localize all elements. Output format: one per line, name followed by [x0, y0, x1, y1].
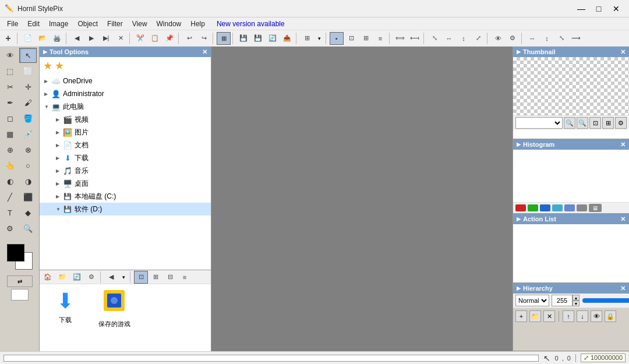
tool-swap-colors[interactable]: ⇄ [7, 275, 33, 287]
thumb-zoom-in[interactable]: 🔍 [564, 117, 575, 129]
tool-options-close[interactable]: ✕ [202, 48, 207, 56]
hier-delete[interactable]: ✕ [543, 310, 555, 322]
hier-lock[interactable]: 🔒 [605, 310, 616, 322]
tb-view2[interactable]: ⊡ [344, 32, 358, 45]
opacity-down[interactable]: ▼ [573, 301, 579, 306]
tb-view-mode[interactable]: ▦ [217, 32, 231, 45]
tool-eyedropper[interactable]: 💉 [19, 126, 37, 142]
tool-blur[interactable]: ○ [19, 158, 37, 173]
hier-down[interactable]: ↓ [577, 310, 588, 322]
tb-export[interactable]: 📤 [280, 32, 294, 45]
thumbnail-close[interactable]: ✕ [620, 48, 626, 56]
fb-view-large[interactable]: ⊡ [134, 271, 148, 284]
tool-brush[interactable]: 🖌 [19, 95, 37, 110]
menu-file[interactable]: File [2, 17, 23, 30]
hist-color-indigo[interactable] [564, 204, 575, 211]
thumb-actual[interactable]: ⊞ [602, 117, 614, 129]
fb-folder[interactable]: 📁 [55, 271, 69, 284]
tree-downloads[interactable]: ▶ ⬇ 下载 [40, 151, 211, 164]
fb-prev[interactable]: ◀ [104, 271, 118, 284]
tree-onedrive[interactable]: ▶ ☁️ OneDrive [40, 75, 211, 87]
tb-zoom-fit[interactable]: ⤢ [471, 32, 485, 45]
tb-view3[interactable]: ⊞ [359, 32, 373, 45]
histogram-close[interactable]: ✕ [620, 141, 626, 149]
hier-folder[interactable]: 📁 [529, 310, 541, 322]
hist-monitor[interactable]: 🖥 [589, 204, 602, 212]
tree-videos[interactable]: ▶ 🎬 视频 [40, 113, 211, 126]
hier-add[interactable]: + [515, 310, 527, 322]
tb-save[interactable]: 💾 [236, 32, 250, 45]
maximize-button[interactable]: □ [591, 1, 607, 17]
fb-view-list[interactable]: ≡ [178, 271, 192, 284]
tree-ddrive[interactable]: ▼ 💾 软件 (D:) [40, 203, 211, 215]
tree-cdrive[interactable]: ▶ 💾 本地磁盘 (C:) [40, 190, 211, 203]
thumb-settings[interactable]: ⚙ [615, 117, 627, 129]
tb-transform[interactable]: ⤡ [427, 32, 441, 45]
tb-save-as[interactable]: 💾 [251, 32, 265, 45]
tool-crop[interactable]: ✂ [1, 79, 19, 94]
tool-move[interactable]: ✛ [19, 79, 37, 94]
file-saved-games[interactable]: 保存的游戏 [91, 287, 137, 331]
tool-burn[interactable]: ◑ [19, 174, 37, 189]
tool-rect-select[interactable]: ⬜ [19, 63, 37, 79]
tool-select[interactable]: ↖ [19, 48, 37, 63]
tb-undo[interactable]: ↩ [182, 32, 196, 45]
tool-heal[interactable]: ⊗ [19, 142, 37, 157]
tb-new[interactable]: 📄 [21, 32, 35, 45]
fb-view-small[interactable]: ⊟ [163, 271, 177, 284]
menu-window[interactable]: Window [152, 17, 186, 30]
file-downloads[interactable]: ⬇ 下载 [42, 287, 89, 331]
tool-pen[interactable]: ✒ [1, 95, 19, 110]
foreground-color[interactable] [7, 244, 24, 261]
tb-add-button[interactable]: + [1, 32, 15, 45]
tb-align2[interactable]: ⟻ [408, 32, 422, 45]
tool-rect[interactable]: ⬛ [19, 189, 37, 204]
menu-filter[interactable]: Filter [103, 17, 128, 30]
thumbnail-select[interactable] [515, 117, 563, 129]
tool-clone[interactable]: ⊕ [1, 142, 19, 157]
tb-redo[interactable]: ↪ [197, 32, 211, 45]
menu-edit[interactable]: Edit [23, 17, 44, 30]
tool-shape[interactable]: ◆ [19, 205, 37, 220]
thumb-zoom-out[interactable]: 🔍 [577, 117, 588, 129]
hier-up[interactable]: ↑ [563, 310, 574, 322]
tb-next[interactable]: ▶ [84, 32, 98, 45]
menu-help[interactable]: Help [186, 17, 210, 30]
fb-view-medium[interactable]: ⊞ [149, 271, 162, 284]
menu-object[interactable]: Object [73, 17, 103, 30]
menu-image[interactable]: Image [44, 17, 73, 30]
tool-zoom[interactable]: 🔍 [19, 221, 37, 236]
hier-eye[interactable]: 👁 [591, 310, 602, 322]
tb-view1[interactable]: ▪ [330, 32, 344, 45]
minimize-button[interactable]: — [573, 1, 589, 17]
tool-settings[interactable]: ⚙ [1, 221, 19, 236]
close-button[interactable]: ✕ [608, 1, 624, 17]
tb-transform2[interactable]: ⤡ [554, 32, 568, 45]
tb-close-doc[interactable]: ✕ [114, 32, 128, 45]
action-list-close[interactable]: ✕ [620, 215, 626, 223]
hierarchy-close[interactable]: ✕ [620, 285, 626, 292]
tree-thispc[interactable]: ▼ 💻 此电脑 [40, 100, 211, 113]
tb-refresh[interactable]: 🔄 [266, 32, 280, 45]
tb-resize1[interactable]: ↔ [525, 32, 539, 45]
fb-settings[interactable]: ⚙ [84, 271, 98, 284]
star-2[interactable]: ★ [55, 59, 64, 72]
fb-dropdown[interactable]: ▾ [119, 271, 128, 284]
tb-flip-v[interactable]: ↕ [457, 32, 471, 45]
tool-erase[interactable]: ◻ [1, 111, 19, 126]
tb-resize2[interactable]: ↕ [540, 32, 554, 45]
file-tree[interactable]: ▶ ☁️ OneDrive ▶ 👤 Administrator ▼ 💻 此电脑 … [40, 75, 211, 270]
menu-view[interactable]: View [128, 17, 152, 30]
hist-color-cyan[interactable] [552, 204, 563, 211]
tool-gradient[interactable]: ▦ [1, 126, 19, 142]
tool-fill[interactable]: 🪣 [19, 111, 37, 126]
tool-lasso[interactable]: ⬚ [1, 63, 19, 79]
tb-eye[interactable]: 👁 [491, 32, 505, 45]
opacity-input[interactable]: 255 [552, 295, 573, 306]
tb-paste[interactable]: 📌 [162, 32, 176, 45]
tb-grid1[interactable]: ⊞ [300, 32, 314, 45]
fb-home[interactable]: 🏠 [41, 271, 55, 284]
hist-color-green[interactable] [528, 204, 538, 211]
tb-cut[interactable]: ✂️ [133, 32, 147, 45]
tb-view4[interactable]: ≡ [373, 32, 387, 45]
